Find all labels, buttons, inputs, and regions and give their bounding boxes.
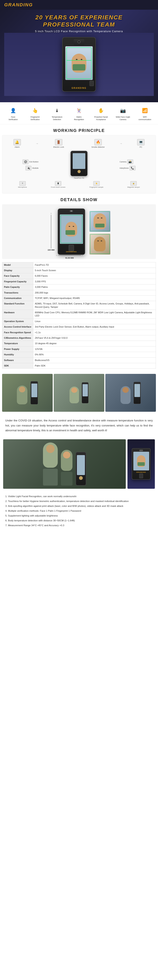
spec-row: SoftwareBioAccess/VS bbox=[2, 358, 156, 363]
spec-key: Display bbox=[2, 267, 33, 273]
camera-lens bbox=[78, 40, 80, 43]
spec-row: Standard FunctionADMS, T9 input, DST, Sc… bbox=[2, 301, 156, 310]
spec-value: FacePro1-TD bbox=[33, 262, 156, 267]
feature-face: 👤 FaceVerification bbox=[2, 107, 24, 121]
spec-key: Operation System bbox=[2, 318, 33, 324]
spec-table-wrapper: ModelFacePro1-TDDisplay5-inch Touch Scre… bbox=[2, 262, 156, 369]
spec-key: Palm Capacity bbox=[2, 285, 33, 290]
spec-value: Linux bbox=[33, 318, 156, 324]
module-label: Module bbox=[32, 167, 38, 169]
matrix-label: MatrixRecognition bbox=[74, 116, 84, 121]
feature-facial: ✋ Proactive FacialAcceptance bbox=[90, 107, 112, 121]
spec-row: Hardware800MHz Dual Core CPU, Memory:512… bbox=[2, 310, 156, 319]
feature-list-item: Body temperature detection with distance… bbox=[8, 518, 154, 523]
face-label: FaceVerification bbox=[8, 116, 18, 121]
feature-list-item: Touchless for better Hygiene biometric a… bbox=[8, 499, 154, 504]
feature-matrix: 🃏 MatrixRecognition bbox=[68, 107, 90, 121]
touch-screen-label: 5 inch touch screen bbox=[51, 186, 65, 188]
spec-key: C/Biometrics Algorithms bbox=[2, 336, 33, 341]
working-diagram: 🔔 Alarm → 🚪 Electric Lock 🔥 Smoke detect… bbox=[2, 135, 156, 194]
bottom-images: GRANDING bbox=[0, 437, 158, 491]
spec-row: Face Recognition Speed<1.1s bbox=[2, 330, 156, 335]
feature-list-item: Supplement lighting with adjustable brig… bbox=[8, 513, 154, 518]
spec-key: Standard Function bbox=[2, 301, 33, 310]
spec-key: Humidity bbox=[2, 352, 33, 358]
details-title: DETAILS SHOW bbox=[0, 194, 158, 204]
dim-h-label: 91.93 MM bbox=[65, 257, 74, 259]
fingerprint-sample-label: Fingerprint sample bbox=[89, 186, 104, 188]
temperature-icon: 🌡 bbox=[53, 107, 61, 115]
photo-gallery bbox=[0, 372, 158, 414]
spec-value: 3,000 Palms bbox=[33, 285, 156, 290]
spec-value: 12V/3A bbox=[33, 346, 156, 352]
feature-fingerprint: 👆 FingerprintVerification bbox=[24, 107, 46, 121]
details-section: DETAILS SHOW ↕ 220 MM bbox=[0, 194, 158, 259]
fingerprint-icon: 👆 bbox=[31, 107, 39, 115]
bottom-right-image: GRANDING bbox=[128, 439, 155, 489]
spec-key: Temperature bbox=[2, 341, 33, 346]
spec-value: Palm SDK bbox=[33, 363, 156, 368]
spec-key: Access Control Interface bbox=[2, 324, 33, 330]
logo: GRANDING bbox=[4, 2, 33, 8]
spec-row: C/Biometrics AlgorithmsZKFace V5.6 & ZKF… bbox=[2, 336, 156, 341]
device-screen bbox=[65, 46, 93, 80]
spec-row: ModelFacePro1-TD bbox=[2, 262, 156, 267]
spec-row: Access Control Interface3rd Party Electr… bbox=[2, 324, 156, 330]
bottom-left-image bbox=[3, 439, 126, 489]
interphone-label: Interphone bbox=[120, 167, 129, 169]
details-device-wrapper: ↕ 220 MM bbox=[2, 204, 156, 259]
spec-key: Software bbox=[2, 358, 33, 363]
spec-key: Fingerprint Capacity bbox=[2, 279, 33, 284]
spec-row: Fingerprint Capacity3,000 FPS bbox=[2, 279, 156, 284]
spec-row: Temperature10 degree-45 degree bbox=[2, 341, 156, 346]
spec-row: Display5-inch Touch Screen bbox=[2, 267, 156, 273]
spec-key: Communication bbox=[2, 295, 33, 301]
gallery-item-1 bbox=[2, 374, 53, 412]
spec-value: BioAccess/VS bbox=[33, 358, 156, 363]
temperature-label: TemperatureDetection bbox=[52, 116, 62, 121]
spec-value: 5-inch Touch Screen bbox=[33, 267, 156, 273]
spec-value: 0%-90% bbox=[33, 352, 156, 358]
spec-value: ZKFace V5.6 & ZKFinger V10.0 bbox=[33, 336, 156, 341]
spec-row: CommunicationTCP/IP, WIFI, Wiegand input… bbox=[2, 295, 156, 301]
spec-row: Face Capacity6,000 Faces bbox=[2, 273, 156, 279]
spec-table: ModelFacePro1-TDDisplay5-inch Touch Scre… bbox=[2, 262, 156, 369]
description-text: Under the COVID-19 situation, the Access… bbox=[5, 418, 153, 433]
device-visual: GRANDING bbox=[62, 37, 96, 92]
spec-row: Transactions200,000 logs bbox=[2, 290, 156, 295]
feature-list-item: Visible Light Facial Recognition, can wo… bbox=[8, 494, 154, 499]
exit-button-label: Exit Button bbox=[29, 161, 38, 163]
matrix-icon: 🃏 bbox=[75, 107, 83, 115]
spec-row: SDKPalm SDK bbox=[2, 363, 156, 368]
spec-row: Palm Capacity3,000 Palms bbox=[2, 285, 156, 290]
spec-value: 800MHz Dual Core CPU, Memory:512MB RAM80… bbox=[33, 310, 156, 319]
feature-temperature: 🌡 TemperatureDetection bbox=[46, 107, 68, 121]
spec-value: 3,000 FPS bbox=[33, 279, 156, 284]
camera-label: Wide Face AngleCamera bbox=[116, 116, 130, 121]
hero-subtitle: 5 inch Touch LCD Face Recognition with T… bbox=[4, 30, 154, 33]
feature-camera: 📷 Wide Face AngleCamera bbox=[112, 107, 134, 121]
spec-key: SDK bbox=[2, 363, 33, 368]
spec-value: <1.1s bbox=[33, 330, 156, 335]
face-icon: 👤 bbox=[9, 107, 17, 115]
camera-icon: 📷 bbox=[119, 107, 127, 115]
facial-icon: ✋ bbox=[97, 107, 105, 115]
spec-key: Hardware bbox=[2, 310, 33, 319]
spec-key: Model bbox=[2, 262, 33, 267]
spec-value: 10 degree-45 degree bbox=[33, 341, 156, 346]
spec-value: ADMS, T9 input, DST, Schedule Bell, Came… bbox=[33, 301, 156, 310]
working-section: WORKING PRINCIPLE 🔔 Alarm → 🚪 Electric L… bbox=[0, 124, 158, 194]
dim-v-label: 220 MM bbox=[48, 249, 54, 251]
hero-section: 20 YEARS OF EXPERIENCE PROFESSIONAL TEAM… bbox=[0, 10, 158, 102]
spec-value: 6,000 Faces bbox=[33, 273, 156, 279]
gallery-item-2 bbox=[54, 374, 104, 412]
facial-label: Proactive FacialAcceptance bbox=[94, 116, 108, 121]
spec-value: TCP/IP, WIFI, Wiegand input/output, RS48… bbox=[33, 295, 156, 301]
spec-row: Operation SystemLinux bbox=[2, 318, 156, 324]
electric-lock-label: Electric Lock bbox=[53, 146, 64, 148]
features-list-section: Visible Light Facial Recognition, can wo… bbox=[0, 491, 158, 533]
smoke-detector-label: Smoke detector bbox=[91, 146, 105, 148]
fingerprint-label: FingerprintVerification bbox=[30, 116, 40, 121]
description-section: Under the COVID-19 situation, the Access… bbox=[0, 414, 158, 437]
spec-value: 200,000 logs bbox=[33, 290, 156, 295]
